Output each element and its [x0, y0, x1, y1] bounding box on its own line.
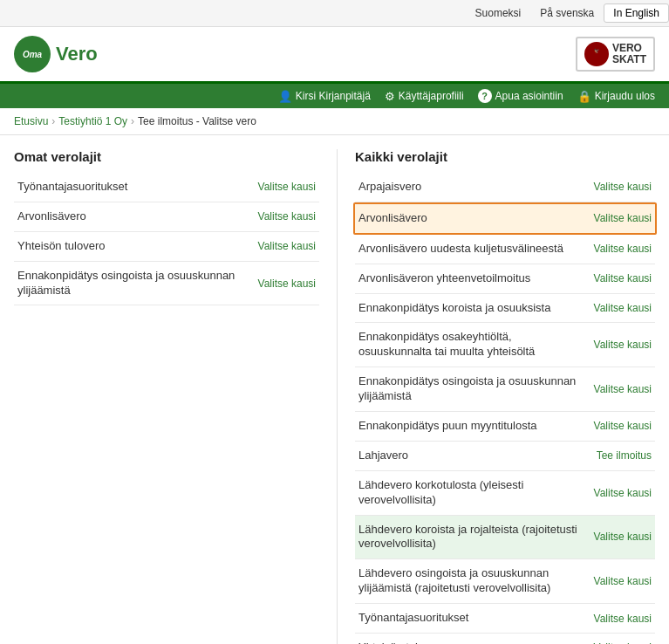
action-link[interactable]: Valitse kausi — [594, 531, 652, 543]
right-tax-list: Arpajaisvero Valitse kausi Arvonlisävero… — [355, 173, 655, 644]
left-tax-row[interactable]: Työnantajasuoritukset Valitse kausi — [14, 173, 319, 202]
valitse-kausi-link[interactable]: Valitse kausi — [258, 210, 316, 223]
right-column: Kaikki verolajit Arpajaisvero Valitse ka… — [337, 149, 655, 644]
tax-name: Lähdevero koroista ja rojalteista (rajoi… — [358, 523, 594, 552]
tax-name: Arpajaisvero — [358, 180, 594, 195]
breadcrumb-testiyhtion[interactable]: Testiyhtiö 1 Oy — [58, 115, 127, 127]
tax-name: Arvonlisäveron yhteenvetoilmoitus — [358, 271, 594, 286]
action-link[interactable]: Valitse kausi — [594, 575, 652, 587]
left-section-title: Omat verolajit — [14, 149, 319, 164]
breadcrumb-sep-1: › — [51, 115, 55, 127]
language-bar: Suomeksi På svenska In English — [0, 0, 669, 27]
vero-skatt-text: VEROSKATT — [612, 43, 646, 65]
nav-kirjaudu-label: Kirjaudu ulos — [595, 90, 655, 102]
action-link[interactable]: Valitse kausi — [594, 383, 652, 395]
right-tax-row[interactable]: Lahjavero Tee ilmoitus — [355, 442, 655, 471]
right-tax-row[interactable]: Ennakonpidätys koroista ja osuuksista Va… — [355, 294, 655, 324]
tax-name: Ennakonpidätys koroista ja osuuksista — [358, 301, 594, 316]
vero-emblem: 🦅 — [584, 42, 609, 66]
valitse-kausi-link[interactable]: Valitse kausi — [258, 240, 316, 252]
tax-name: Arvonlisävero uudesta kuljetusvälineestä — [358, 242, 594, 257]
action-link[interactable]: Valitse kausi — [594, 272, 652, 284]
lang-pa-svenska[interactable]: På svenska — [530, 3, 604, 23]
header-right: 🦅 VEROSKATT — [576, 37, 655, 72]
tax-name: Työnantajasuoritukset — [358, 611, 594, 626]
right-tax-row[interactable]: Ennakonpidätys osingoista ja osuuskunnan… — [355, 367, 655, 412]
right-tax-row[interactable]: Arvonlisävero Valitse kausi — [353, 202, 657, 235]
lang-suomeksi[interactable]: Suomeksi — [466, 3, 531, 23]
svg-text:🦅: 🦅 — [594, 48, 600, 54]
action-link[interactable]: Valitse kausi — [594, 243, 652, 255]
action-link[interactable]: Valitse kausi — [594, 420, 652, 432]
logo-circle-text: Oma — [23, 50, 42, 59]
nav-kirjaudu[interactable]: 🔒 Kirjaudu ulos — [577, 90, 655, 103]
action-link[interactable]: Valitse kausi — [594, 613, 652, 625]
nav-bar: 👤 Kirsi Kirjanpitäjä ⚙ Käyttäjaprofiili … — [0, 84, 669, 108]
breadcrumb-current: Tee ilmoitus - Valitse vero — [138, 115, 256, 127]
main-content: Omat verolajit Työnantajasuoritukset Val… — [0, 135, 669, 644]
left-column: Omat verolajit Työnantajasuoritukset Val… — [14, 149, 337, 644]
left-tax-list: Työnantajasuoritukset Valitse kausi Arvo… — [14, 173, 319, 305]
tax-name: Työnantajasuoritukset — [17, 180, 258, 195]
nav-apua[interactable]: ? Apua asiointiin — [478, 89, 563, 103]
action-link[interactable]: Valitse kausi — [594, 487, 652, 499]
action-link[interactable]: Valitse kausi — [594, 212, 652, 224]
right-tax-row[interactable]: Lähdevero koroista ja rojalteista (rajoi… — [355, 516, 655, 560]
right-section-title: Kaikki verolajit — [355, 149, 655, 164]
help-icon: ? — [478, 89, 492, 103]
right-tax-row[interactable]: Arpajaisvero Valitse kausi — [355, 173, 655, 202]
breadcrumb-sep-2: › — [131, 115, 134, 127]
logo-text: Vero — [56, 43, 98, 65]
logo[interactable]: Oma Vero — [14, 36, 98, 72]
right-tax-row[interactable]: Arvonlisävero uudesta kuljetusvälineestä… — [355, 235, 655, 264]
right-tax-row[interactable]: Ennakonpidätys osakeyhtiöltä, osuuskunna… — [355, 323, 655, 367]
gear-icon: ⚙ — [385, 90, 395, 103]
right-tax-row[interactable]: Työnantajasuoritukset Valitse kausi — [355, 604, 655, 634]
right-tax-row[interactable]: Ennakonpidätys puun myyntitulosta Valits… — [355, 412, 655, 442]
action-link[interactable]: Valitse kausi — [594, 181, 652, 193]
right-tax-row[interactable]: Lähdevero korkotulosta (yleisesti verove… — [355, 471, 655, 516]
tax-name: Arvonlisävero — [17, 209, 258, 224]
nav-kirsi[interactable]: 👤 Kirsi Kirjanpitäjä — [278, 90, 371, 103]
tax-name: Lahjavero — [358, 449, 597, 463]
tax-name: Ennakonpidätys osingoista ja osuuskunnan… — [17, 269, 258, 298]
nav-apua-label: Apua asiointiin — [495, 90, 563, 102]
breadcrumb: Etusivu › Testiyhtiö 1 Oy › Tee ilmoitus… — [0, 108, 669, 135]
right-tax-row[interactable]: Lähdevero osingoista ja osuuskunnan ylij… — [355, 559, 655, 604]
tax-name: Arvonlisävero — [358, 211, 594, 226]
tax-name: Ennakonpidätys puun myyntitulosta — [358, 419, 594, 434]
right-tax-row[interactable]: Arvonlisäveron yhteenvetoilmoitus Valits… — [355, 264, 655, 294]
right-tax-row[interactable]: Yhteisön tulovero Valitse kausi — [355, 634, 655, 644]
action-link[interactable]: Tee ilmoitus — [597, 449, 652, 462]
logo-circle: Oma — [14, 36, 51, 72]
header: Oma Vero 🦅 VEROSKATT — [0, 27, 669, 84]
tax-name: Ennakonpidätys osingoista ja osuuskunnan… — [358, 374, 594, 404]
vero-skatt-logo: 🦅 VEROSKATT — [576, 37, 655, 72]
tax-name: Yhteisön tulovero — [17, 239, 258, 254]
lock-icon: 🔒 — [577, 90, 591, 103]
tax-name: Yhteisön tulovero — [358, 641, 594, 644]
lang-in-english[interactable]: In English — [604, 3, 669, 23]
valitse-kausi-link[interactable]: Valitse kausi — [258, 181, 316, 193]
person-icon: 👤 — [278, 90, 292, 103]
nav-kirsi-label: Kirsi Kirjanpitäjä — [296, 90, 371, 102]
nav-kayttajaprofiili[interactable]: ⚙ Käyttäjaprofiili — [385, 90, 464, 103]
left-tax-row[interactable]: Arvonlisävero Valitse kausi — [14, 202, 319, 232]
breadcrumb-etusivu[interactable]: Etusivu — [14, 115, 48, 127]
action-link[interactable]: Valitse kausi — [594, 302, 652, 314]
tax-name: Ennakonpidätys osakeyhtiöltä, osuuskunna… — [358, 330, 594, 360]
tax-name: Lähdevero osingoista ja osuuskunnan ylij… — [358, 566, 594, 596]
tax-name: Lähdevero korkotulosta (yleisesti verove… — [358, 478, 594, 508]
left-tax-row[interactable]: Yhteisön tulovero Valitse kausi — [14, 232, 319, 262]
action-link[interactable]: Valitse kausi — [594, 339, 652, 351]
left-tax-row[interactable]: Ennakonpidätys osingoista ja osuuskunnan… — [14, 262, 319, 306]
nav-kayttajaprofiili-label: Käyttäjaprofiili — [399, 90, 464, 102]
valitse-kausi-link[interactable]: Valitse kausi — [258, 277, 316, 290]
